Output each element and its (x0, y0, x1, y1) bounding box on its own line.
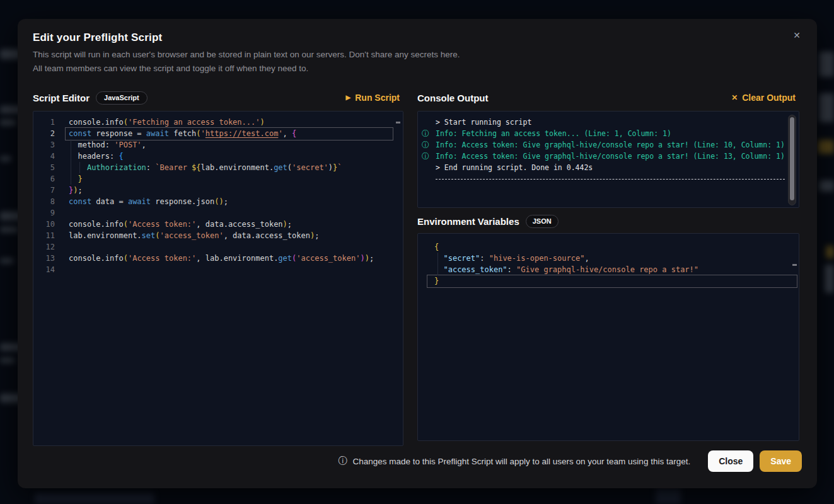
line-number: 5 (33, 162, 61, 173)
code-line: "secret": "hive-is-open-source", (418, 253, 799, 264)
code-line: 1console.info('Fetching an access token.… (33, 117, 403, 128)
line-number: 3 (33, 139, 61, 151)
code-line: { (418, 241, 799, 253)
info-icon: ⓘ (418, 151, 436, 162)
line-number: 13 (33, 253, 61, 264)
backdrop-fragment (0, 227, 19, 232)
console-entry-text: Info: Fetching an access token... (Line:… (436, 128, 799, 139)
line-number: 7 (33, 185, 61, 196)
console-entry-text: > Start running script (436, 117, 799, 128)
code-line: 3 method: 'POST', (33, 139, 403, 151)
console-output-header: Console Output ✕ Clear Output (417, 88, 799, 107)
line-number: 4 (33, 151, 61, 162)
clear-icon: ✕ (731, 94, 738, 101)
close-button[interactable]: Close (708, 450, 753, 472)
code-line: 2const response = await fetch('https://t… (33, 128, 403, 139)
script-editor-title: Script Editor (33, 93, 90, 103)
console-scrollbar[interactable] (788, 115, 796, 205)
overview-ruler-marker (792, 264, 797, 266)
info-icon: ⓘ (418, 139, 436, 151)
run-script-label: Run Script (355, 93, 400, 103)
code-line: 4 headers: { (33, 151, 403, 162)
console-scrollbar-thumb[interactable] (790, 117, 794, 200)
line-number: 6 (33, 173, 61, 185)
console-entry: > Start running script (418, 117, 799, 128)
indent-guide (79, 162, 80, 173)
code-line: 9 (33, 207, 403, 219)
code-line: 7}); (33, 185, 403, 196)
backdrop-fragment (0, 358, 15, 363)
modal-backdrop: { "colors": { "accent_link": "#f0b13c", … (0, 0, 834, 504)
console-entry-text: Info: Access token: Give graphql-hive/co… (436, 139, 799, 151)
page-title: Edit your Preflight Script (33, 32, 162, 44)
json-badge: JSON (526, 215, 559, 228)
line-number: 8 (33, 196, 61, 207)
backdrop-fragment (35, 493, 154, 504)
line-number: 11 (33, 230, 61, 241)
save-button[interactable]: Save (760, 450, 802, 472)
clear-output-label: Clear Output (742, 93, 796, 103)
play-icon: ▶ (346, 94, 351, 101)
backdrop-fragment (656, 488, 681, 504)
console-entry: ⓘInfo: Access token: Give graphql-hive/c… (418, 139, 799, 151)
backdrop-fragment (826, 246, 834, 258)
info-icon: ⓘ (338, 455, 347, 467)
code-line: 6 } (33, 173, 403, 185)
console-output-panel[interactable]: > Start running scriptⓘInfo: Fetching an… (417, 111, 799, 208)
indent-guide (71, 139, 71, 185)
info-icon: ⓘ (418, 128, 436, 139)
line-number: 9 (33, 207, 61, 219)
console-separator (436, 179, 785, 180)
env-vars-header: Environment Variables JSON (417, 212, 799, 231)
backdrop-fragment (818, 140, 834, 154)
console-entry-text: > End running script. Done in 0.442s (436, 162, 799, 173)
console-entry: ⓘInfo: Access token: Give graphql-hive/c… (418, 151, 799, 162)
env-vars-title: Environment Variables (417, 216, 519, 227)
console-entry: ⓘInfo: Fetching an access token... (Line… (418, 128, 799, 139)
code-line: 10console.info('Access token:', data.acc… (33, 219, 403, 230)
line-number: 1 (33, 117, 61, 128)
footer-note: ⓘ Changes made to this Preflight Script … (338, 455, 690, 467)
script-editor-code: 1console.info('Fetching an access token.… (33, 112, 403, 445)
console-gutter (418, 162, 436, 173)
footer-note-text: Changes made to this Preflight Script wi… (352, 457, 690, 466)
indent-guide (437, 253, 438, 275)
code-line: 5 Authorization: `Bearer ${lab.environme… (33, 162, 403, 173)
code-line: 14 (33, 264, 403, 275)
env-vars-code: { "secret": "hive-is-open-source", "acce… (418, 234, 799, 440)
env-vars-editor[interactable]: { "secret": "hive-is-open-source", "acce… (417, 233, 799, 441)
modal-description-line1: This script will run in each user's brow… (33, 48, 600, 62)
backdrop-fragment (0, 120, 16, 125)
script-editor-header: Script Editor JavaScript ▶ Run Script (33, 88, 403, 107)
backdrop-fragment (819, 93, 834, 122)
console-output-title: Console Output (417, 93, 489, 103)
code-line: 11lab.environment.set('access_token', da… (33, 230, 403, 241)
line-number: 12 (33, 241, 61, 253)
backdrop-fragment (0, 156, 11, 161)
preflight-script-modal: Edit your Preflight Script This script w… (18, 19, 817, 488)
code-line: "access_token": "Give graphql-hive/conso… (418, 264, 799, 275)
console-entry: > End running script. Done in 0.442s (418, 162, 799, 173)
code-line: 8const data = await response.json(); (33, 196, 403, 207)
line-number: 10 (33, 219, 61, 230)
run-script-button[interactable]: ▶ Run Script (342, 92, 403, 103)
console-log-list: > Start running scriptⓘInfo: Fetching an… (418, 112, 799, 207)
line-number: 14 (33, 264, 61, 275)
console-entry-text: Info: Access token: Give graphql-hive/co… (436, 151, 799, 162)
javascript-badge: JavaScript (96, 91, 148, 105)
overview-ruler-marker (396, 122, 400, 123)
modal-description: This script will run in each user's brow… (33, 48, 600, 76)
code-line: 12 (33, 241, 403, 253)
backdrop-fragment (0, 258, 14, 263)
close-icon[interactable]: ✕ (789, 28, 804, 43)
modal-footer: ⓘ Changes made to this Preflight Script … (33, 447, 802, 475)
backdrop-fragment (825, 265, 834, 293)
backdrop-fragment (819, 180, 834, 192)
code-line: 13console.info('Access token:', lab.envi… (33, 253, 403, 264)
clear-output-button[interactable]: ✕ Clear Output (727, 92, 799, 103)
script-editor[interactable]: 1console.info('Fetching an access token.… (33, 111, 403, 446)
modal-description-line2: All team members can view the script and… (33, 62, 600, 76)
console-gutter (418, 117, 436, 128)
code-line: } (418, 275, 799, 287)
backdrop-fragment (819, 52, 834, 77)
